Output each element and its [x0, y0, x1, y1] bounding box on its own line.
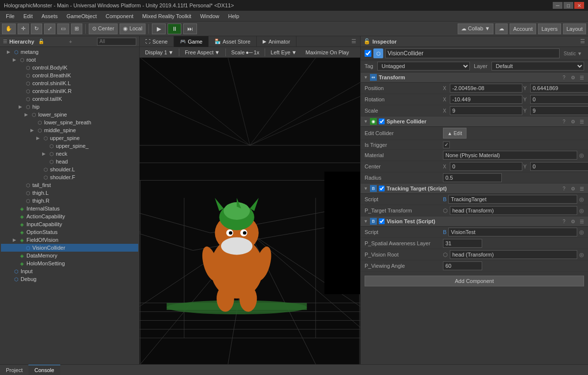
rotation-y[interactable]: [530, 95, 588, 104]
rotation-x[interactable]: [450, 95, 522, 104]
sphere-help-icon[interactable]: ?: [561, 118, 567, 125]
tracking-help-icon[interactable]: ?: [561, 185, 567, 192]
tracking-target-header[interactable]: ▼ B Tracking Target (Script) ? ⚙ ☰: [361, 184, 588, 194]
close-button[interactable]: ✕: [574, 2, 584, 9]
menu-file[interactable]: File: [2, 12, 19, 20]
hierarchy-plus-button[interactable]: +: [69, 39, 72, 45]
layers-button[interactable]: Layers: [538, 23, 561, 34]
p-viewing-angle-input[interactable]: [443, 261, 482, 270]
tree-item-holomonsetting[interactable]: ▶ ◈ HoloMonSetting: [1, 259, 138, 267]
transform-settings-icon[interactable]: ⚙: [569, 74, 576, 81]
tool-rotate[interactable]: ↻: [31, 23, 42, 34]
pause-button[interactable]: ⏸: [168, 23, 181, 34]
tree-item-actioncapability[interactable]: ▶ ◈ ActionCapability: [1, 212, 138, 220]
tab-asset-store[interactable]: 🏪 Asset Store: [209, 36, 257, 47]
p-vision-root-picker[interactable]: ◎: [579, 252, 584, 258]
position-x[interactable]: [450, 84, 522, 93]
sphere-menu-icon[interactable]: ☰: [578, 118, 585, 125]
position-y[interactable]: [530, 84, 588, 93]
edit-collider-button[interactable]: ▲ Edit: [443, 128, 466, 139]
tree-item-lower-spine-breath[interactable]: ▶ ⬡ lower_spine_breath: [1, 118, 138, 126]
tool-hand[interactable]: ✋: [2, 23, 16, 34]
menu-mixed-reality[interactable]: Mixed Reality Toolkit: [138, 12, 195, 20]
p-vision-root-input[interactable]: [450, 250, 577, 259]
p-target-picker[interactable]: ◎: [579, 208, 584, 214]
vision-help-icon[interactable]: ?: [561, 218, 567, 225]
left-eye-selector[interactable]: Left Eye ▼: [267, 48, 300, 56]
view-tab-menu[interactable]: ☰: [347, 38, 360, 45]
cloud-button[interactable]: ☁: [495, 23, 508, 34]
transform-help-icon[interactable]: ?: [561, 74, 567, 81]
menu-gameobject[interactable]: GameObject: [63, 12, 101, 20]
menu-edit[interactable]: Edit: [20, 12, 37, 20]
tab-animator[interactable]: ▶ Animator: [257, 36, 296, 47]
tree-item-tailik[interactable]: ▶ ⬡ control.tailIK: [1, 95, 138, 103]
tree-item-inputcapability[interactable]: ▶ ◈ InputCapability: [1, 220, 138, 228]
maximize-on-play[interactable]: Maximize On Play: [302, 48, 353, 56]
static-dropdown[interactable]: Static ▼: [562, 51, 584, 56]
tree-item-tail-first[interactable]: ▶ ⬡ tail_first: [1, 181, 138, 189]
tree-item-lower-spine[interactable]: ▶ ⬡ lower_spine: [1, 111, 138, 118]
sphere-collider-enabled[interactable]: [379, 118, 385, 124]
account-button[interactable]: Account: [510, 23, 536, 34]
tree-item-visioncollider[interactable]: ▶ ⬡ VisionCollider: [1, 244, 138, 252]
sphere-collider-header[interactable]: ▼ ◉ Sphere Collider ? ⚙ ☰: [361, 117, 588, 127]
tree-item-hip[interactable]: ▶ ⬡ hip: [1, 103, 138, 111]
tree-item-shiniikl[interactable]: ▶ ⬡ control.shiniIK.L: [1, 79, 138, 87]
transform-header[interactable]: ▼ ⇔ Transform ? ⚙ ☰: [361, 72, 588, 83]
step-button[interactable]: ⏭: [183, 23, 197, 34]
scale-y[interactable]: [530, 106, 588, 115]
tree-item-middle-spine[interactable]: ▶ ⬡ middle_spine: [1, 126, 138, 134]
tracking-menu-icon[interactable]: ☰: [578, 185, 585, 192]
inspector-menu-icon[interactable]: ☰: [580, 38, 585, 45]
menu-window[interactable]: Window: [196, 12, 223, 20]
tracking-target-enabled[interactable]: [379, 186, 385, 191]
minimize-button[interactable]: ─: [553, 2, 563, 9]
center-x[interactable]: [450, 162, 522, 171]
maximize-button[interactable]: □: [564, 2, 573, 9]
tool-move[interactable]: ✛: [18, 23, 29, 34]
tree-item-input[interactable]: ▶ ⬡ Input: [1, 267, 138, 275]
tree-item-upper-spine-2[interactable]: ▶ ⬡ upper_spine_: [1, 142, 138, 150]
tab-scene[interactable]: ⛶ Scene: [140, 36, 174, 47]
object-name-input[interactable]: [385, 48, 560, 58]
layout-button[interactable]: Layout: [563, 23, 586, 34]
vision-script-picker[interactable]: ◎: [579, 229, 584, 235]
tree-item-shoulderf[interactable]: ▶ ⬡ shoulder.F: [1, 173, 138, 181]
scale-control[interactable]: Scale ●─ 1x: [228, 48, 263, 56]
tree-item-debug[interactable]: ▶ ⬡ Debug: [1, 275, 138, 283]
tree-item-bodyik[interactable]: ▶ ⬡ control.BodyIK: [1, 64, 138, 71]
tree-item-breathik[interactable]: ▶ ⬡ control.BreathIK: [1, 71, 138, 79]
space-button[interactable]: ◉ Local: [120, 23, 146, 34]
pivot-button[interactable]: ⊙ Center: [89, 23, 118, 34]
menu-help[interactable]: Help: [224, 12, 244, 20]
tool-scale[interactable]: ⤢: [44, 23, 55, 34]
layer-select[interactable]: Default: [491, 62, 584, 70]
transform-menu-icon[interactable]: ☰: [578, 74, 585, 81]
tree-item-shoulderl[interactable]: ▶ ⬡ shoulder.L: [1, 165, 138, 173]
material-picker-icon[interactable]: ◎: [579, 152, 584, 159]
vision-test-header[interactable]: ▼ B Vision Test (Script) ? ⚙ ☰: [361, 216, 588, 227]
vision-settings-icon[interactable]: ⚙: [569, 218, 576, 225]
tree-item-fieldofvision[interactable]: ▶ ◈ FieldOfVision: [1, 236, 138, 244]
vision-menu-icon[interactable]: ☰: [578, 218, 585, 225]
tracking-settings-icon[interactable]: ⚙: [569, 185, 576, 192]
vision-script-input[interactable]: [448, 228, 577, 236]
p-target-input[interactable]: [450, 206, 577, 215]
is-trigger-checkbox[interactable]: ✓: [443, 141, 450, 148]
tool-rect[interactable]: ▭: [57, 23, 69, 34]
hierarchy-search[interactable]: [97, 38, 136, 46]
radius-input[interactable]: [443, 173, 502, 182]
aspect-selector[interactable]: Free Aspect ▼: [181, 48, 223, 56]
play-button[interactable]: ▶: [152, 23, 166, 34]
tree-item-internalstatus[interactable]: ▶ ◈ InternalStatus: [1, 205, 138, 212]
scale-x[interactable]: [450, 106, 522, 115]
vision-test-enabled[interactable]: [379, 218, 385, 224]
collab-button[interactable]: ☁ Collab ▼: [458, 23, 493, 34]
tree-item-shiniikr[interactable]: ▶ ⬡ control.shiniIK.R: [1, 87, 138, 95]
tab-game[interactable]: 🎮 Game: [174, 36, 209, 47]
tree-item-root[interactable]: ▶ ⬡ root: [1, 56, 138, 64]
tree-item-optionstatus[interactable]: ▶ ◈ OptionStatus: [1, 228, 138, 236]
object-active-checkbox[interactable]: [365, 50, 371, 57]
display-selector[interactable]: Display 1 ▼: [142, 48, 177, 56]
